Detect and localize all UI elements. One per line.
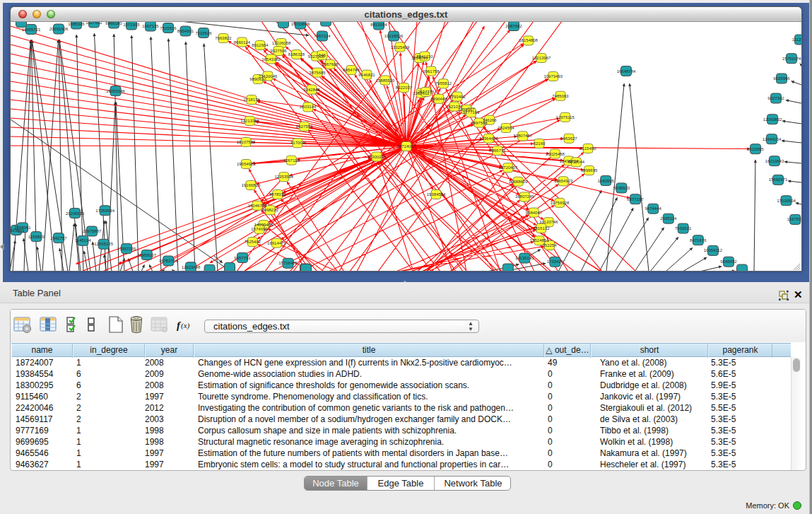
- svg-text:12505135: 12505135: [94, 242, 113, 246]
- svg-text:8427552: 8427552: [296, 124, 313, 129]
- svg-text:10654112: 10654112: [704, 248, 723, 252]
- svg-text:8841210: 8841210: [416, 54, 433, 59]
- svg-text:19654923: 19654923: [554, 179, 573, 183]
- svg-text:8954601: 8954601: [177, 29, 194, 33]
- svg-text:7515526: 7515526: [160, 26, 177, 30]
- svg-text:17359934: 17359934: [95, 209, 114, 213]
- svg-text:8990448: 8990448: [430, 97, 447, 101]
- svg-text:16046788: 16046788: [248, 204, 267, 208]
- svg-text:15751074: 15751074: [782, 57, 801, 61]
- svg-text:546: 546: [319, 53, 326, 57]
- svg-text:17957255: 17957255: [117, 247, 136, 251]
- svg-text:23975887: 23975887: [83, 229, 102, 233]
- svg-text:1733426: 1733426: [547, 259, 564, 264]
- svg-text:10688609: 10688609: [509, 180, 528, 184]
- svg-text:1667135: 1667135: [142, 24, 159, 28]
- svg-text:6961758: 6961758: [423, 69, 440, 74]
- svg-text:7515526: 7515526: [195, 31, 212, 35]
- svg-text:19384554: 19384554: [427, 192, 446, 197]
- svg-text:16210643: 16210643: [765, 159, 784, 163]
- svg-text:1527602: 1527602: [86, 22, 102, 25]
- svg-text:2087682: 2087682: [505, 24, 522, 28]
- svg-text:7357224: 7357224: [314, 34, 331, 38]
- svg-text:8812044: 8812044: [568, 160, 585, 164]
- svg-text:9084067: 9084067: [526, 211, 543, 215]
- svg-text:3875685: 3875685: [309, 71, 326, 75]
- svg-text:7866771: 7866771: [489, 148, 506, 153]
- svg-text:10120746: 10120746: [539, 220, 558, 224]
- svg-text:9146821: 9146821: [358, 73, 375, 77]
- svg-text:9890612: 9890612: [249, 77, 266, 81]
- svg-text:7663822: 7663822: [215, 36, 232, 40]
- svg-text:12353594: 12353594: [274, 175, 293, 179]
- svg-text:12213967: 12213967: [532, 56, 551, 60]
- svg-text:8878332: 8878332: [269, 192, 286, 197]
- svg-text:9329966: 9329966: [773, 76, 790, 81]
- svg-text:9245652: 9245652: [720, 259, 737, 264]
- svg-text:16154808: 16154808: [519, 38, 538, 42]
- svg-text:8322037: 8322037: [396, 86, 413, 90]
- svg-text:20206516: 20206516: [66, 211, 85, 216]
- svg-text:8660124: 8660124: [234, 40, 251, 45]
- svg-text:10025488: 10025488: [546, 152, 565, 156]
- svg-text:15885520: 15885520: [376, 78, 395, 83]
- svg-text:1815132: 1815132: [533, 226, 550, 230]
- svg-text:2658061: 2658061: [14, 226, 31, 230]
- svg-text:8912954: 8912954: [252, 43, 269, 47]
- svg-text:15716485: 15716485: [278, 261, 298, 265]
- svg-text:9327506: 9327506: [270, 49, 287, 53]
- svg-text:10973493: 10973493: [543, 74, 563, 78]
- svg-text:12923448: 12923448: [182, 265, 201, 269]
- svg-text:3824554: 3824554: [498, 126, 514, 130]
- svg-text:7485063: 7485063: [552, 94, 569, 98]
- svg-text:10756928: 10756928: [551, 201, 570, 205]
- svg-text:2942757: 2942757: [50, 236, 67, 240]
- svg-text:2935114: 2935114: [660, 216, 677, 221]
- svg-text:5938923: 5938923: [613, 186, 630, 190]
- svg-text:13325419: 13325419: [391, 45, 410, 49]
- svg-text:252254: 252254: [542, 243, 557, 247]
- svg-text:2537775: 2537775: [418, 90, 435, 94]
- svg-text:12444154: 12444154: [763, 137, 782, 141]
- svg-text:15720407: 15720407: [498, 165, 517, 170]
- svg-text:1640995: 1640995: [598, 179, 615, 183]
- svg-text:7625402: 7625402: [245, 240, 261, 244]
- svg-text:18107554: 18107554: [237, 140, 256, 144]
- svg-text:12975115: 12975115: [556, 115, 575, 119]
- svg-text:2718176: 2718176: [243, 98, 260, 102]
- svg-text:20691406: 20691406: [49, 27, 69, 31]
- svg-text:9474444: 9474444: [645, 206, 662, 211]
- svg-text:16033809: 16033809: [291, 22, 310, 26]
- svg-text:2803144: 2803144: [300, 105, 317, 109]
- svg-text:19055721: 19055721: [22, 28, 41, 32]
- svg-text:8471676: 8471676: [690, 238, 707, 243]
- svg-text:1167533: 1167533: [787, 217, 801, 221]
- svg-text:15300215: 15300215: [367, 155, 387, 159]
- svg-text:16782759: 16782759: [159, 259, 178, 263]
- svg-text:12093832: 12093832: [763, 117, 782, 122]
- svg-text:12213389: 12213389: [240, 119, 259, 123]
- svg-text:19218506: 19218506: [384, 34, 404, 38]
- svg-text:9463627: 9463627: [560, 136, 577, 141]
- svg-text:6497568: 6497568: [471, 121, 488, 125]
- svg-text:9457791: 9457791: [234, 256, 251, 260]
- svg-text:17016504: 17016504: [777, 199, 796, 203]
- svg-text:10807487: 10807487: [513, 134, 532, 138]
- svg-text:16543382: 16543382: [261, 57, 281, 62]
- svg-text:8813054: 8813054: [370, 23, 387, 27]
- svg-text:13226058: 13226058: [272, 41, 291, 45]
- svg-text:62160: 62160: [534, 141, 546, 146]
- svg-text:(x): (x): [181, 321, 190, 330]
- svg-text:14136141: 14136141: [515, 256, 534, 260]
- svg-text:1145194: 1145194: [75, 238, 92, 243]
- svg-text:10958107: 10958107: [137, 253, 156, 257]
- svg-text:15692971: 15692971: [769, 177, 788, 182]
- svg-text:8186328: 8186328: [288, 52, 305, 57]
- svg-text:1085326: 1085326: [68, 22, 85, 26]
- svg-text:9115460: 9115460: [580, 146, 597, 151]
- svg-text:16648784: 16648784: [617, 69, 636, 74]
- svg-text:19654925: 19654925: [237, 162, 256, 166]
- svg-text:18807249: 18807249: [515, 194, 534, 199]
- svg-text:1574099: 1574099: [251, 227, 268, 231]
- svg-text:2367608: 2367608: [322, 62, 339, 66]
